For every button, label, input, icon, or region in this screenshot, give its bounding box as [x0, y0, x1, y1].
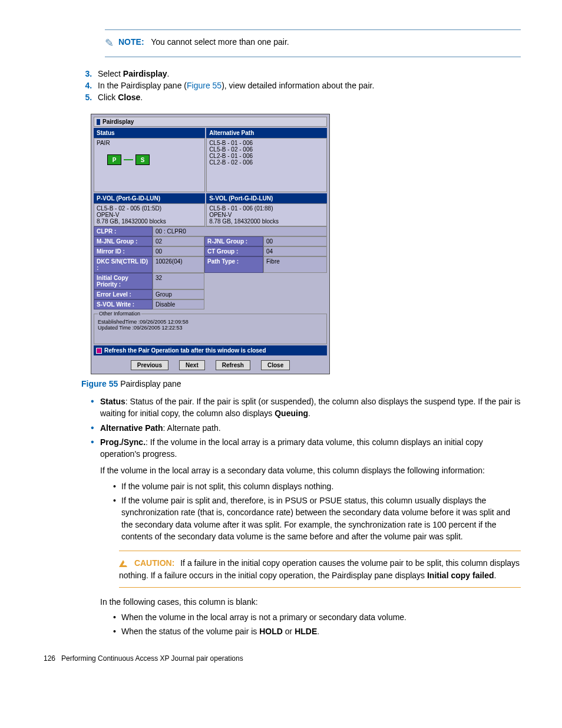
prog-sub2: If the volume pair is split and, therefo…	[113, 495, 521, 542]
step-5: Click Close.	[94, 93, 521, 102]
refresh-checkbox[interactable]: Refresh the Pair Operation tab after thi…	[94, 345, 327, 355]
note-block: ✎ NOTE: You cannot select more than one …	[105, 29, 521, 57]
svol-header: S-VOL (Port-G-ID-LUN)	[206, 193, 327, 203]
title-marker-icon	[97, 119, 100, 125]
step-3: Select Pairdisplay.	[94, 69, 521, 78]
refresh-button[interactable]: Refresh	[216, 360, 250, 370]
pairdisplay-pane: Pairdisplay Status PAIR P S Alterna	[91, 114, 330, 374]
def-prog: Prog./Sync.: If the volume in the local …	[91, 436, 521, 638]
previous-button[interactable]: Previous	[131, 360, 168, 370]
step-4: In the Pairdisplay pane (Figure 55), vie…	[94, 81, 521, 90]
def-altpath: Alternative Path: Alternate path.	[91, 422, 521, 434]
note-icon: ✎	[105, 37, 114, 50]
pane-title: Pairdisplay	[94, 117, 327, 127]
connector-icon	[124, 159, 133, 160]
note-text: You cannot select more than one pair.	[151, 37, 289, 47]
altpath-1: CL5-B - 01 - 006	[209, 140, 324, 146]
status-header: Status	[94, 128, 205, 138]
note-label: NOTE:	[118, 37, 144, 47]
page-footer: 126 Performing Continuous Access XP Jour…	[41, 654, 521, 663]
figure-link[interactable]: Figure 55	[187, 81, 222, 90]
checkbox-icon	[96, 348, 102, 354]
p-vol-icon: P	[107, 154, 121, 165]
prog-sub1: If the volume pair is not split, this co…	[113, 480, 521, 492]
def-status: Status: Status of the pair. If the pair …	[91, 396, 521, 420]
s-vol-icon: S	[135, 154, 150, 165]
blank-case-2: When the status of the volume pair is HO…	[113, 625, 521, 637]
altpath-3: CL2-B - 01 - 006	[209, 153, 324, 159]
next-button[interactable]: Next	[179, 360, 205, 370]
other-info: Other Information EstablishedTime :09/26…	[94, 311, 327, 344]
caution-block: CAUTION: If a failure in the initial cop…	[119, 551, 521, 588]
altpath-4: CL2-B - 02 - 006	[209, 159, 324, 166]
pvol-header: P-VOL (Port-G-ID-LUN)	[94, 193, 205, 203]
steps-list: Select Pairdisplay. In the Pairdisplay p…	[81, 69, 521, 102]
blank-case-1: When the volume in the local array is no…	[113, 611, 521, 623]
altpath-header: Alternative Path	[206, 128, 327, 138]
altpath-2: CL5-B - 02 - 006	[209, 146, 324, 153]
close-button[interactable]: Close	[261, 360, 290, 370]
figure-caption: Figure 55 Pairdisplay pane	[81, 379, 521, 388]
pair-icon: P S	[107, 154, 202, 165]
blank-intro: In the following cases, this column is b…	[100, 596, 521, 608]
status-value: PAIR	[97, 140, 202, 146]
